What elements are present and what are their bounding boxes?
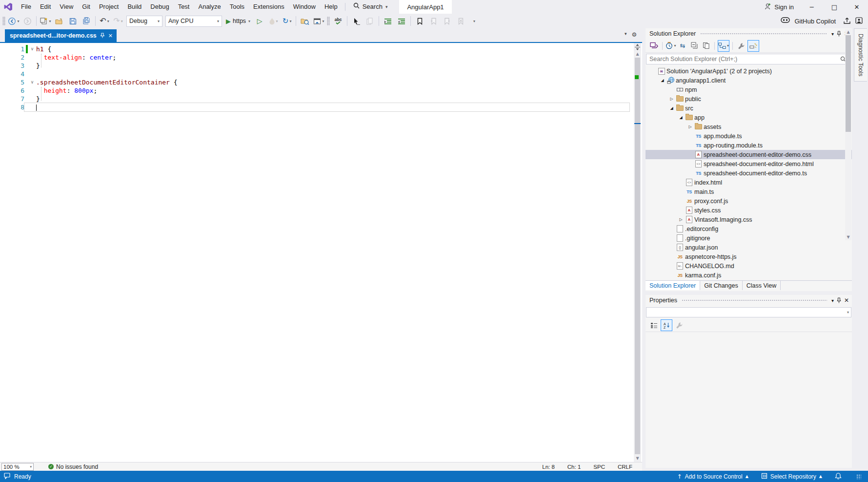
preview-selected-items-icon[interactable] xyxy=(747,40,759,52)
menu-project[interactable]: Project xyxy=(95,0,123,14)
tree-item[interactable]: JSaspnetcore-https.js xyxy=(646,252,852,261)
tree-item[interactable]: Aspreadsheet-document-editor-demo.css xyxy=(646,150,852,159)
pin-icon[interactable] xyxy=(836,31,842,37)
issues-status[interactable]: No issues found xyxy=(56,463,98,470)
tree-item[interactable]: .gitignore xyxy=(646,233,852,243)
tree-item[interactable]: npm xyxy=(646,85,852,94)
search-input[interactable] xyxy=(646,56,838,63)
show-all-files-icon[interactable] xyxy=(701,41,711,51)
tree-item[interactable]: ◢src xyxy=(646,104,852,113)
menu-git[interactable]: Git xyxy=(78,0,95,14)
document-tab[interactable]: spreadsheet-d...itor-demo.css ✕ xyxy=(5,29,117,42)
property-pages-wrench-icon[interactable] xyxy=(674,320,685,331)
code-line[interactable]: 1∨h1 { xyxy=(0,45,642,53)
menu-window[interactable]: Window xyxy=(289,0,320,14)
find-in-files-icon[interactable] xyxy=(298,15,312,27)
tree-item[interactable]: {}angular.json xyxy=(646,243,852,252)
expand-icon[interactable]: ▷ xyxy=(668,97,675,101)
scroll-up-icon[interactable]: ▲ xyxy=(845,30,851,34)
categorized-icon[interactable] xyxy=(648,320,659,331)
properties-icon[interactable] xyxy=(736,41,747,51)
solution-configurations-combo[interactable]: Debug▾ xyxy=(126,16,162,27)
toggle-bookmark-icon[interactable] xyxy=(413,15,426,27)
tree-item[interactable]: ◢angularapp1.client xyxy=(646,76,852,85)
tree-item[interactable]: M↓CHANGELOG.md xyxy=(646,261,852,271)
restart-application-icon[interactable]: ↻▾ xyxy=(280,15,294,27)
code-line[interactable]: 8 xyxy=(0,103,642,111)
solution-explorer-search[interactable]: ▾ xyxy=(646,54,851,64)
pin-icon[interactable] xyxy=(836,297,842,303)
alphabetical-sort-icon[interactable]: AZ xyxy=(661,319,672,331)
code-line[interactable]: 4 xyxy=(0,70,642,78)
select-repository-button[interactable]: Select Repository ▲ xyxy=(761,473,822,481)
search-control[interactable]: Search ▾ xyxy=(348,0,393,14)
tree-scrollbar[interactable]: ▲ ▼ xyxy=(845,29,851,240)
switch-views-icon[interactable] xyxy=(648,41,659,51)
tree-item[interactable]: ▷AVintasoft.Imaging.css xyxy=(646,215,852,224)
pin-icon[interactable] xyxy=(100,33,105,39)
tree-item[interactable]: TSapp.module.ts xyxy=(646,131,852,141)
toolbar-grip[interactable] xyxy=(2,17,5,25)
split-editor-grip-icon[interactable] xyxy=(634,43,641,51)
object-select[interactable]: ▾ xyxy=(646,307,851,317)
notifications-bell-icon[interactable] xyxy=(835,472,842,481)
tree-item[interactable]: ▷public xyxy=(646,94,852,104)
tree-item[interactable]: ▷assets xyxy=(646,122,852,131)
collapse-icon[interactable]: ◢ xyxy=(668,106,675,110)
menu-file[interactable]: File xyxy=(17,0,36,14)
code-line[interactable]: 6 height: 800px; xyxy=(0,86,642,95)
whole-word-match-icon[interactable]: abc xyxy=(331,15,345,27)
navigate-backward-icon[interactable]: ▾ xyxy=(7,15,20,27)
indent-mode-indicator[interactable]: SPC xyxy=(593,464,605,470)
background-tasks-icon[interactable] xyxy=(4,473,11,481)
editor-vertical-scrollbar[interactable]: ▲ ▼ xyxy=(634,43,641,462)
collapse-all-icon[interactable] xyxy=(689,41,700,51)
code-editor[interactable]: 1∨h1 {2 text-align: center;3}45∨.spreads… xyxy=(0,43,642,464)
tree-item[interactable]: TSmain.ts xyxy=(646,187,852,196)
copy-icon[interactable] xyxy=(363,15,377,27)
increase-indent-icon[interactable] xyxy=(395,15,408,27)
tool-window-tab-solution-explorer[interactable]: Solution Explorer xyxy=(646,281,700,290)
line-ending-indicator[interactable]: CRLF xyxy=(618,464,632,470)
open-file-icon[interactable] xyxy=(52,15,66,27)
close-icon[interactable]: ✕ xyxy=(844,297,849,304)
window-menu-chevron-icon[interactable]: ▾ xyxy=(831,31,834,37)
start-without-debugging-icon[interactable]: ▷ xyxy=(253,15,266,27)
menu-test[interactable]: Test xyxy=(174,0,194,14)
undo-icon[interactable]: ↶▾ xyxy=(98,15,111,27)
tree-item[interactable]: <>index.html xyxy=(646,178,852,187)
github-copilot-label[interactable]: GitHub Copilot xyxy=(794,18,836,25)
sync-with-active-document-icon[interactable]: ⇆ xyxy=(677,41,688,51)
line-indicator[interactable]: Ln: 8 xyxy=(542,464,555,470)
tool-window-tab-git-changes[interactable]: Git Changes xyxy=(700,281,742,290)
collapse-region-icon[interactable]: ∨ xyxy=(28,45,36,53)
tool-window-tab-class-view[interactable]: Class View xyxy=(743,281,781,290)
scroll-up-icon[interactable]: ▲ xyxy=(634,52,641,56)
hot-reload-icon[interactable]: ▾ xyxy=(266,15,280,27)
code-line[interactable]: 7} xyxy=(0,95,642,103)
selection-mode-icon[interactable] xyxy=(349,15,363,27)
menu-extensions[interactable]: Extensions xyxy=(249,0,289,14)
menu-help[interactable]: Help xyxy=(320,0,342,14)
menu-build[interactable]: Build xyxy=(123,0,146,14)
menu-debug[interactable]: Debug xyxy=(146,0,173,14)
menu-view[interactable]: View xyxy=(55,0,78,14)
track-active-item-icon[interactable]: ▾ xyxy=(718,40,729,52)
code-line[interactable]: 5∨.spreadsheetDocumentEditorContainer { xyxy=(0,78,642,86)
sign-in-button[interactable]: Sign in xyxy=(757,0,801,14)
code-line[interactable]: 3} xyxy=(0,62,642,70)
code-line[interactable]: 2 text-align: center; xyxy=(0,53,642,62)
properties-header[interactable]: Properties ▾ ✕ xyxy=(646,295,852,306)
toolbar-grip[interactable] xyxy=(327,17,330,25)
document-list-chevron-icon[interactable]: ▾ xyxy=(625,31,627,38)
minimize-button[interactable]: − xyxy=(801,0,823,14)
menu-edit[interactable]: Edit xyxy=(36,0,55,14)
menu-analyze[interactable]: Analyze xyxy=(194,0,225,14)
add-item-icon[interactable]: ▾ xyxy=(312,15,325,27)
send-feedback-icon[interactable] xyxy=(843,17,851,25)
tree-item[interactable]: JSproxy.conf.js xyxy=(646,196,852,206)
github-copilot-icon[interactable] xyxy=(781,17,790,25)
zoom-select[interactable]: 100 % ▾ xyxy=(1,463,34,471)
expand-icon[interactable]: ▷ xyxy=(677,217,685,222)
filter-icon[interactable]: ▾ xyxy=(666,41,676,51)
